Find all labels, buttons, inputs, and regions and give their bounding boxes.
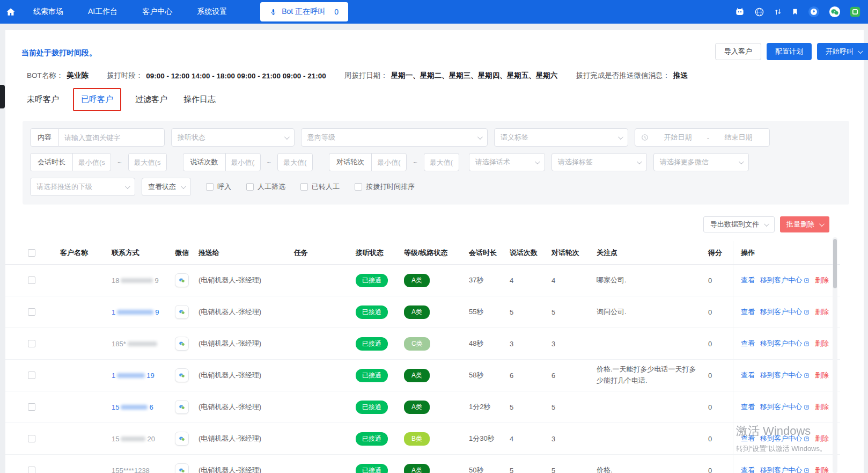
duration-min-input[interactable] xyxy=(72,153,111,171)
nav-item-ai-workbench[interactable]: AI工作台 xyxy=(88,7,117,17)
bot-calling-status[interactable]: Bot 正在呼叫 0 xyxy=(260,2,348,21)
more-wechat-select[interactable]: 请选择更多微信 xyxy=(653,153,749,171)
wechat-icon[interactable] xyxy=(175,400,189,414)
speak-min-input[interactable] xyxy=(225,153,261,171)
filter-panel: 内容 接听状态 意向等级 语义标签 开始日期 - 结束日期 xyxy=(23,121,849,205)
tab-operation-logs[interactable]: 操作日志 xyxy=(183,94,216,105)
duration-max-input[interactable] xyxy=(128,153,167,171)
sort-arrows-icon[interactable] xyxy=(774,7,782,17)
view-link[interactable]: 查看 xyxy=(741,307,755,317)
level-badge: A类 xyxy=(404,464,430,473)
answer-status-select[interactable]: 接听状态 xyxy=(171,128,295,147)
delete-link[interactable]: 删除 xyxy=(815,434,829,443)
row-checkbox[interactable] xyxy=(28,372,35,379)
checkbox-transferred-to-agent[interactable]: 已转人工 xyxy=(300,182,340,192)
push-subordinate-select[interactable]: 请选择推送的下级 xyxy=(30,178,135,196)
date-range-picker[interactable]: 开始日期 - 结束日期 xyxy=(635,128,770,147)
rounds-min-input[interactable] xyxy=(371,153,407,171)
focus-points-cell: 价格. xyxy=(597,465,613,473)
script-select[interactable]: 请选择话术 xyxy=(469,153,545,171)
intent-level-select[interactable]: 意向等级 xyxy=(301,128,488,147)
tab-uncalled-customers[interactable]: 未呼客户 xyxy=(27,94,59,105)
row-checkbox[interactable] xyxy=(28,403,35,411)
chevron-down-icon xyxy=(181,184,186,189)
phone-number[interactable]: 155****1238 xyxy=(112,467,150,473)
move-to-customer-center-link[interactable]: 移到客户中心 xyxy=(760,275,810,285)
phone-number[interactable]: 119 xyxy=(112,372,155,380)
move-to-customer-center-link[interactable]: 移到客户中心 xyxy=(760,370,810,380)
keyword-input[interactable] xyxy=(58,128,165,147)
view-status-select[interactable]: 查看状态 xyxy=(142,178,191,196)
collapsed-drawer-handle[interactable] xyxy=(0,85,5,108)
tab-filtered-customers[interactable]: 过滤客户 xyxy=(135,94,167,105)
start-calling-button[interactable]: 开始呼叫 xyxy=(817,43,868,60)
rounds-cell: 4 xyxy=(551,265,597,296)
nav-item-lead-market[interactable]: 线索市场 xyxy=(33,7,63,17)
nav-item-system-settings[interactable]: 系统设置 xyxy=(197,7,227,17)
home-icon[interactable] xyxy=(5,7,16,17)
row-checkbox[interactable] xyxy=(28,308,35,316)
delete-link[interactable]: 删除 xyxy=(815,465,829,473)
configure-plan-button[interactable]: 配置计划 xyxy=(767,43,812,60)
move-to-customer-center-link[interactable]: 移到客户中心 xyxy=(760,402,810,412)
wechat-icon[interactable] xyxy=(175,305,189,319)
view-link[interactable]: 查看 xyxy=(741,275,755,285)
delete-link[interactable]: 删除 xyxy=(815,402,829,412)
delete-link[interactable]: 删除 xyxy=(815,307,829,317)
view-link[interactable]: 查看 xyxy=(741,370,755,380)
semantic-tag-select[interactable]: 语义标签 xyxy=(494,128,628,147)
view-link[interactable]: 查看 xyxy=(741,339,755,348)
speak-max-input[interactable] xyxy=(277,153,313,171)
green-square-icon[interactable] xyxy=(850,6,860,17)
wechat-circle-icon[interactable] xyxy=(829,6,841,18)
end-date-field[interactable]: 结束日期 xyxy=(713,133,763,142)
globe-icon[interactable] xyxy=(754,7,764,17)
phone-number[interactable]: 19 xyxy=(112,308,159,316)
wechat-icon[interactable] xyxy=(175,273,189,287)
phone-number[interactable]: 156 xyxy=(112,403,153,411)
checkbox-sort-by-dial-time[interactable]: 按拨打时间排序 xyxy=(355,182,415,192)
start-date-field[interactable]: 开始日期 xyxy=(653,133,703,142)
batch-delete-button[interactable]: 批量删除 xyxy=(780,216,829,232)
move-link-label: 移到客户中心 xyxy=(760,465,802,473)
bookmark-icon[interactable] xyxy=(791,7,799,17)
checkbox-call-in[interactable]: 呼入 xyxy=(206,182,231,192)
wechat-icon[interactable] xyxy=(175,432,189,446)
import-customers-button[interactable]: 导入客户 xyxy=(715,43,761,60)
speak-count-cell: 3 xyxy=(510,328,551,359)
move-to-customer-center-link[interactable]: 移到客户中心 xyxy=(760,434,810,443)
move-to-customer-center-link[interactable]: 移到客户中心 xyxy=(760,339,810,348)
delete-link[interactable]: 删除 xyxy=(815,339,829,348)
view-link[interactable]: 查看 xyxy=(741,402,755,412)
robot-icon[interactable] xyxy=(734,7,745,17)
delete-link[interactable]: 删除 xyxy=(815,275,829,285)
wechat-icon[interactable] xyxy=(175,337,189,351)
export-data-button[interactable]: 导出数据到文件 xyxy=(703,216,775,232)
select-all-checkbox[interactable] xyxy=(28,249,35,257)
tag-select[interactable]: 请选择标签 xyxy=(551,153,647,171)
rounds-max-input[interactable] xyxy=(424,153,459,171)
wechat-icon[interactable] xyxy=(175,463,189,473)
row-checkbox[interactable] xyxy=(28,276,35,284)
phone-number[interactable]: 1520 xyxy=(112,435,155,443)
scrollbar-thumb[interactable] xyxy=(833,239,837,288)
phone-number[interactable]: 185* xyxy=(112,340,159,348)
external-icon xyxy=(804,468,810,473)
view-link[interactable]: 查看 xyxy=(741,465,755,473)
export-data-label: 导出数据到文件 xyxy=(710,220,759,229)
move-to-customer-center-link[interactable]: 移到客户中心 xyxy=(760,465,810,473)
compass-icon[interactable] xyxy=(808,6,820,18)
wechat-icon[interactable] xyxy=(175,368,189,382)
row-checkbox[interactable] xyxy=(28,435,35,442)
row-checkbox[interactable] xyxy=(28,467,35,473)
nav-item-customer-center[interactable]: 客户中心 xyxy=(142,7,172,17)
vertical-scrollbar[interactable] xyxy=(833,237,837,473)
delete-link[interactable]: 删除 xyxy=(815,370,829,380)
checkbox-manual-filter[interactable]: 人工筛选 xyxy=(246,182,285,192)
view-link[interactable]: 查看 xyxy=(741,434,755,443)
phone-number[interactable]: 189 xyxy=(112,276,159,285)
tab-called-customers[interactable]: 已呼客户 xyxy=(81,94,113,105)
move-to-customer-center-link[interactable]: 移到客户中心 xyxy=(760,307,810,317)
row-checkbox[interactable] xyxy=(28,340,35,347)
dial-period-value: 09:00 - 12:00 14:00 - 18:00 09:00 - 21:0… xyxy=(146,72,326,80)
